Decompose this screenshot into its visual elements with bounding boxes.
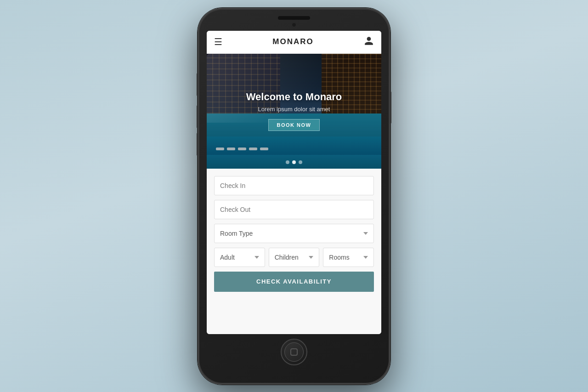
app-title: MONARO <box>272 37 313 46</box>
hero-subtitle: Lorem ipsum dolor sit amet <box>258 106 330 113</box>
hero-overlay: Welcome to Monaro Lorem ipsum dolor sit … <box>207 54 381 169</box>
phone-speaker <box>278 16 310 20</box>
user-profile-icon[interactable] <box>364 36 374 48</box>
phone-frame: ☰ MONARO Welcome to Monaro Lorem ipsu <box>198 8 390 385</box>
carousel-dots <box>207 160 381 164</box>
checkin-input[interactable] <box>214 176 374 195</box>
rooms-wrap: Rooms 1 2 3 4 <box>323 248 374 267</box>
book-now-button[interactable]: BOOK NOW <box>268 119 320 131</box>
guest-selects-row: Adult 1 2 3 4 Children 0 1 2 3 <box>214 248 374 267</box>
rooms-select[interactable]: Rooms 1 2 3 4 <box>323 248 374 267</box>
check-availability-button[interactable]: CHECK AVAILABILITY <box>214 272 374 292</box>
hero-title: Welcome to Monaro <box>246 91 342 103</box>
navbar: ☰ MONARO <box>207 31 381 54</box>
carousel-dot-3[interactable] <box>299 160 302 164</box>
checkout-input[interactable] <box>214 200 374 219</box>
home-button-square <box>290 348 298 356</box>
home-button-inner <box>284 342 304 362</box>
home-button[interactable] <box>281 339 307 365</box>
children-wrap: Children 0 1 2 3 <box>269 248 320 267</box>
hero-section: Welcome to Monaro Lorem ipsum dolor sit … <box>207 54 381 169</box>
room-type-wrap: Room Type Single Double Suite Deluxe <box>214 224 374 243</box>
carousel-dot-1[interactable] <box>286 160 289 164</box>
phone-camera <box>292 23 296 27</box>
adult-select[interactable]: Adult 1 2 3 4 <box>214 248 265 267</box>
adult-wrap: Adult 1 2 3 4 <box>214 248 265 267</box>
booking-form: Room Type Single Double Suite Deluxe Adu… <box>207 169 381 334</box>
hamburger-icon[interactable]: ☰ <box>214 36 222 47</box>
phone-top-bar <box>198 9 390 27</box>
phone-screen: ☰ MONARO Welcome to Monaro Lorem ipsu <box>207 31 381 334</box>
children-select[interactable]: Children 0 1 2 3 <box>269 248 320 267</box>
room-type-select[interactable]: Room Type Single Double Suite Deluxe <box>214 224 374 243</box>
carousel-dot-2[interactable] <box>292 160 296 164</box>
